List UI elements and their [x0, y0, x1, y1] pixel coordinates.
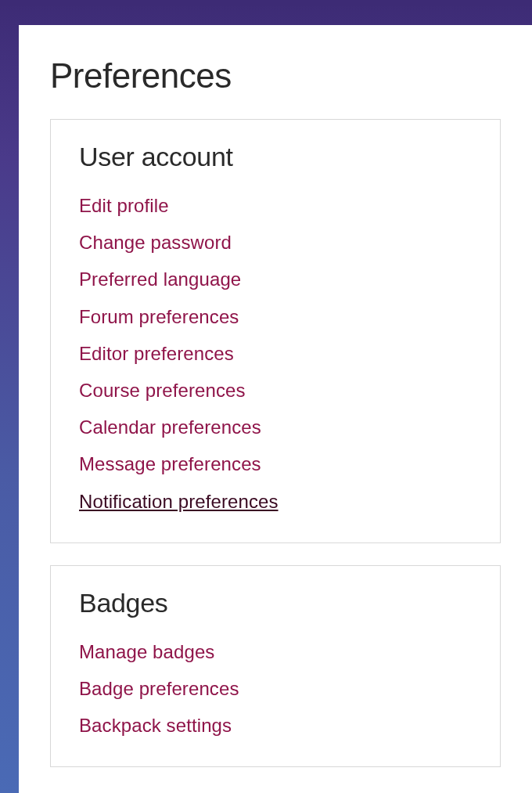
course-preferences-link[interactable]: Course preferences — [79, 376, 472, 405]
page-title: Preferences — [50, 56, 501, 96]
user-account-card: User account Edit profile Change passwor… — [50, 119, 501, 543]
badges-card: Badges Manage badges Badge preferences B… — [50, 565, 501, 768]
preferred-language-link[interactable]: Preferred language — [79, 265, 472, 294]
badges-title: Badges — [79, 588, 472, 618]
forum-preferences-link[interactable]: Forum preferences — [79, 302, 472, 331]
backpack-settings-link[interactable]: Backpack settings — [79, 711, 472, 740]
content-panel: Preferences User account Edit profile Ch… — [19, 25, 532, 793]
edit-profile-link[interactable]: Edit profile — [79, 191, 472, 220]
top-bar — [0, 0, 532, 6]
manage-badges-link[interactable]: Manage badges — [79, 637, 472, 666]
notification-preferences-link[interactable]: Notification preferences — [79, 487, 472, 516]
change-password-link[interactable]: Change password — [79, 228, 472, 257]
user-account-title: User account — [79, 142, 472, 172]
badge-preferences-link[interactable]: Badge preferences — [79, 674, 472, 703]
badges-links: Manage badges Badge preferences Backpack… — [79, 637, 472, 741]
editor-preferences-link[interactable]: Editor preferences — [79, 339, 472, 368]
calendar-preferences-link[interactable]: Calendar preferences — [79, 413, 472, 442]
user-account-links: Edit profile Change password Preferred l… — [79, 191, 472, 516]
message-preferences-link[interactable]: Message preferences — [79, 449, 472, 478]
